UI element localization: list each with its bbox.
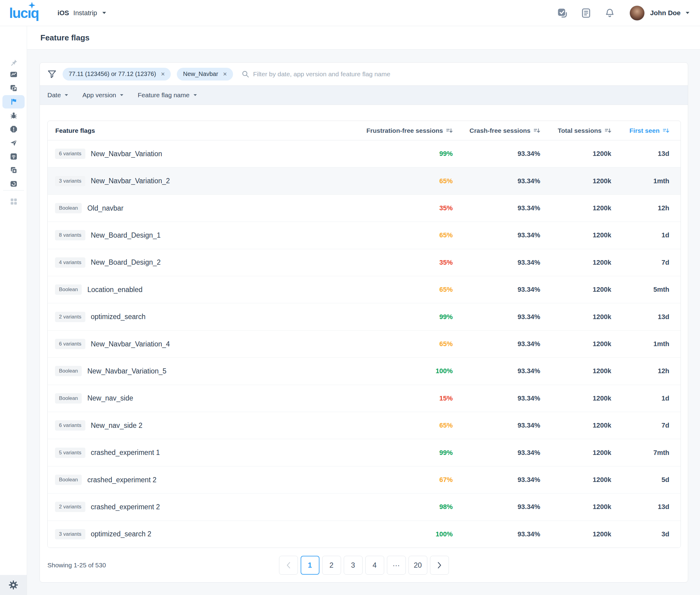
frustration-free-value: 15% xyxy=(361,394,453,402)
flag-name-cell: 5 variants crashed_experiment 1 xyxy=(48,448,361,458)
prev-page-button[interactable] xyxy=(279,556,298,575)
user-name[interactable]: John Doe xyxy=(650,9,680,17)
variant-badge: 2 variants xyxy=(55,502,85,512)
frustration-free-value: 35% xyxy=(361,204,453,212)
first-seen-value: 13d xyxy=(611,150,669,158)
notes-icon[interactable] xyxy=(581,8,591,18)
table-row[interactable]: 8 variants New_Board_Design_1 65% 93.34%… xyxy=(48,222,680,249)
crash-free-value: 93.34% xyxy=(453,204,540,212)
first-seen-value: 7mth xyxy=(611,449,669,457)
search-input[interactable] xyxy=(253,70,460,78)
page-ellipsis[interactable]: ··· xyxy=(387,556,406,575)
pagination: Showing 1-25 of 530 1234···20 xyxy=(48,548,680,582)
total-sessions-value: 1200k xyxy=(540,449,611,457)
sidebar-item-feature-flags[interactable] xyxy=(2,95,25,109)
table-row[interactable]: Boolean Location_enabled 65% 93.34% 1200… xyxy=(48,276,680,303)
flag-name: Old_navbar xyxy=(87,204,123,213)
frustration-free-value: 67% xyxy=(361,476,453,484)
first-seen-value: 1d xyxy=(611,231,669,239)
crash-free-value: 93.34% xyxy=(453,177,540,185)
chevron-down-icon xyxy=(64,94,68,96)
filter-dropdowns: Date App version Feature flag name xyxy=(40,85,688,105)
crash-free-value: 93.34% xyxy=(453,503,540,511)
total-sessions-value: 1200k xyxy=(540,340,611,348)
variant-badge: 6 variants xyxy=(55,339,85,349)
table-row[interactable]: 6 variants New_Navbar_Variation_4 65% 93… xyxy=(48,330,680,357)
total-sessions-value: 1200k xyxy=(540,259,611,266)
table-row[interactable]: 2 variants optimized_search 99% 93.34% 1… xyxy=(48,303,680,330)
variant-badge: Boolean xyxy=(55,393,82,403)
bell-icon[interactable] xyxy=(605,8,615,18)
flag-name-dropdown[interactable]: Feature flag name xyxy=(138,91,197,99)
user-menu-chevron-icon[interactable] xyxy=(686,11,690,14)
table-row[interactable]: 3 variants optimized_search 2 100% 93.34… xyxy=(48,520,680,547)
frustration-free-value: 65% xyxy=(361,422,453,429)
table-row[interactable]: Boolean crashed_experiment 2 67% 93.34% … xyxy=(48,466,680,493)
next-page-button[interactable] xyxy=(430,556,449,575)
table-row[interactable]: 6 variants New_nav_side 2 65% 93.34% 120… xyxy=(48,412,680,439)
sidebar-item-network[interactable] xyxy=(2,150,25,163)
app-version-dropdown[interactable]: App version xyxy=(82,91,124,99)
variant-badge: 3 variants xyxy=(55,529,85,539)
table-row[interactable]: 6 variants New_Navbar_Variation 99% 93.3… xyxy=(48,140,680,167)
total-sessions-value: 1200k xyxy=(540,394,611,402)
column-first-seen[interactable]: First seen xyxy=(611,127,669,134)
apps-grid-icon[interactable] xyxy=(2,195,25,208)
search-icon xyxy=(241,70,250,78)
sidebar-item-bugs[interactable] xyxy=(2,109,25,122)
flag-name: New_Navbar_Variation_5 xyxy=(87,367,166,375)
filter-chip-app-version[interactable]: 77.11 (123456) or 77.12 (12376) × xyxy=(63,68,171,81)
sidebar-item-featured[interactable] xyxy=(2,164,25,177)
table-row[interactable]: 5 variants crashed_experiment 1 99% 93.3… xyxy=(48,439,680,466)
sort-icon xyxy=(605,128,611,134)
table-row[interactable]: 4 variants New_Board_Design_2 35% 93.34%… xyxy=(48,249,680,276)
sidebar-item-screens[interactable] xyxy=(2,81,25,95)
crash-free-value: 93.34% xyxy=(453,286,540,293)
app-logo[interactable]: lucıq xyxy=(9,6,38,20)
chip-close-icon[interactable]: × xyxy=(161,71,165,78)
column-crash-free[interactable]: Crash-free sessions xyxy=(453,127,540,134)
chip-close-icon[interactable]: × xyxy=(223,71,227,78)
variant-badge: 3 variants xyxy=(55,176,85,186)
sidebar-item-session-replay[interactable] xyxy=(2,177,25,191)
page-title: Feature flags xyxy=(40,33,90,42)
logo-star-icon xyxy=(28,2,36,10)
page-button-4[interactable]: 4 xyxy=(365,556,384,575)
column-total-sessions[interactable]: Total sessions xyxy=(540,127,611,134)
date-dropdown[interactable]: Date xyxy=(48,91,68,99)
page-button-3[interactable]: 3 xyxy=(344,556,362,575)
variant-badge: 2 variants xyxy=(55,312,85,322)
app-selector[interactable]: iOS Instatrip xyxy=(57,9,106,17)
crash-free-value: 93.34% xyxy=(453,422,540,429)
crash-free-value: 93.34% xyxy=(453,449,540,457)
crash-free-value: 93.34% xyxy=(453,313,540,321)
page-button-2[interactable]: 2 xyxy=(322,556,341,575)
total-sessions-value: 1200k xyxy=(540,286,611,293)
page-header: Feature flags xyxy=(27,26,700,50)
flag-name-cell: 4 variants New_Board_Design_2 xyxy=(48,257,361,268)
page-button-1[interactable]: 1 xyxy=(300,556,319,575)
sidebar-item-chart[interactable] xyxy=(2,68,25,81)
variant-badge: Boolean xyxy=(55,366,82,376)
tasks-icon[interactable] xyxy=(557,8,567,18)
frustration-free-value: 65% xyxy=(361,286,453,293)
filter-chip-flag-name[interactable]: New_Navbar × xyxy=(177,68,233,81)
sidebar-item-crashes[interactable] xyxy=(2,122,25,136)
page-button-20[interactable]: 20 xyxy=(408,556,427,575)
feature-flags-card: 77.11 (123456) or 77.12 (12376) × New_Na… xyxy=(39,62,688,583)
table-row[interactable]: Boolean Old_navbar 35% 93.34% 1200k 12h xyxy=(48,195,680,222)
avatar[interactable] xyxy=(630,5,645,21)
column-frustration-free[interactable]: Frustration-free sessions xyxy=(361,127,453,134)
sort-icon xyxy=(446,128,453,134)
sidebar-item-send[interactable] xyxy=(2,136,25,149)
table-row[interactable]: 2 variants crashed_experiment 2 98% 93.3… xyxy=(48,493,680,520)
table-row[interactable]: 3 variants New_Navbar_Variation_2 65% 93… xyxy=(48,167,680,194)
table-row[interactable]: Boolean New_Navbar_Variation_5 100% 93.3… xyxy=(48,357,680,385)
pagination-summary: Showing 1-25 of 530 xyxy=(48,562,106,569)
frustration-free-value: 99% xyxy=(361,449,453,457)
table-row[interactable]: Boolean New_nav_side 15% 93.34% 1200k 1d xyxy=(48,385,680,412)
settings-button[interactable] xyxy=(0,575,27,595)
flag-name-cell: 3 variants optimized_search 2 xyxy=(48,529,361,539)
variant-badge: 4 variants xyxy=(55,257,85,268)
variant-badge: 8 variants xyxy=(55,230,85,240)
